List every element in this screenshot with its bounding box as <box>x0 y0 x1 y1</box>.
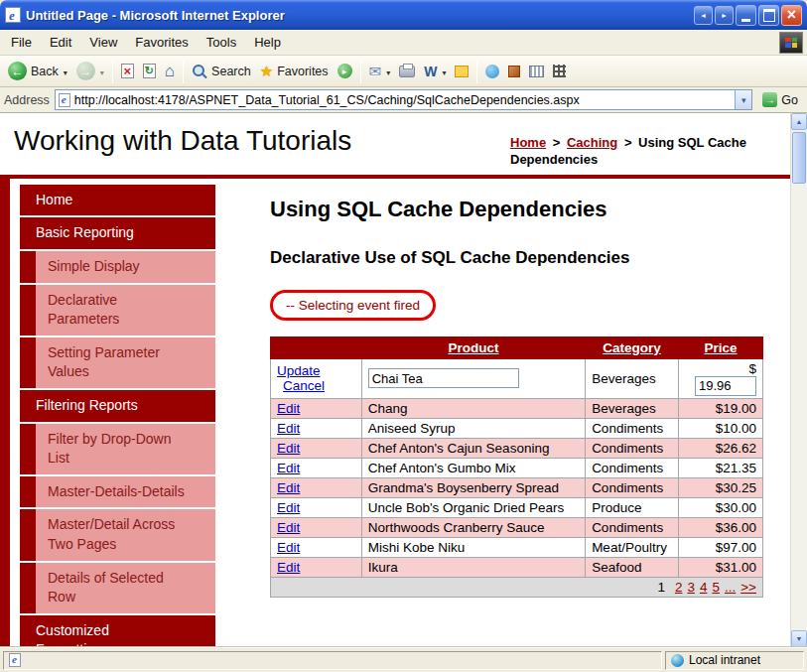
table-row: Edit Chef Anton's Gumbo Mix Condiments $… <box>271 458 763 477</box>
pager-link-4[interactable]: 4 <box>700 580 708 595</box>
messenger-button[interactable] <box>481 63 503 80</box>
menu-help[interactable]: Help <box>245 31 290 54</box>
discuss-icon <box>455 66 469 77</box>
edit-link[interactable]: Edit <box>277 421 300 436</box>
sidebar-item-master-details-details[interactable]: Master-Details-Details <box>20 476 215 508</box>
update-link[interactable]: Update <box>277 363 321 378</box>
product-cell: Ikura <box>361 557 585 577</box>
edit-link[interactable]: Edit <box>277 401 300 416</box>
edit-link[interactable]: Edit <box>277 520 300 535</box>
status-page-icon <box>9 653 21 667</box>
category-cell: Beverages <box>586 398 679 418</box>
menu-favorites[interactable]: Favorites <box>126 31 197 54</box>
product-cell: Grandma's Boysenberry Spread <box>361 477 585 497</box>
grid-tool-button[interactable] <box>549 63 570 79</box>
pager-link-3[interactable]: 3 <box>687 580 695 595</box>
edit-link[interactable]: Edit <box>277 560 300 575</box>
sidebar-item-filtering-reports[interactable]: Filtering Reports <box>20 390 215 422</box>
scroll-up-button[interactable] <box>791 113 807 130</box>
grid-header-category[interactable]: Category <box>586 336 679 358</box>
edit-link[interactable]: Edit <box>277 461 300 475</box>
menu-view[interactable]: View <box>80 31 126 54</box>
table-row: Edit Aniseed Syrup Condiments $10.00 <box>271 418 763 438</box>
grid-icon <box>553 65 566 77</box>
address-dropdown-button[interactable] <box>735 90 751 109</box>
edit-link[interactable]: Edit <box>277 441 300 456</box>
window-title: Untitled Page - Microsoft Internet Explo… <box>26 8 689 23</box>
stop-button[interactable] <box>117 62 138 80</box>
cancel-link[interactable]: Cancel <box>283 378 325 393</box>
go-button[interactable]: Go <box>757 92 803 107</box>
pager-link-ellipsis[interactable]: ... <box>725 580 736 595</box>
sidebar-item-setting-parameter-values[interactable]: Setting Parameter Values <box>20 337 215 388</box>
refresh-button[interactable] <box>139 62 160 80</box>
section-title: Declarative Use of SQL Cache Dependencie… <box>270 248 790 268</box>
toolbar-separator <box>360 60 361 83</box>
home-icon <box>165 63 175 79</box>
nav-indent-band <box>20 424 36 474</box>
pager-link-2[interactable]: 2 <box>675 580 683 595</box>
status-left-panel <box>3 651 662 670</box>
address-input[interactable] <box>74 91 731 108</box>
sidebar-item-simple-display[interactable]: Simple Display <box>20 251 215 283</box>
sidebar-item-customized-formatting[interactable]: Customized Formatting <box>20 615 215 647</box>
edit-button[interactable] <box>420 63 450 80</box>
currency-symbol: $ <box>748 361 756 376</box>
close-button[interactable] <box>781 5 802 26</box>
discuss-button[interactable] <box>451 64 472 79</box>
menu-bar: File Edit View Favorites Tools Help <box>0 30 807 56</box>
edit-link[interactable]: Edit <box>277 500 300 515</box>
pager-link-last[interactable]: >> <box>740 580 756 595</box>
media-button[interactable] <box>334 62 356 80</box>
site-title: Working with Data Tutorials <box>14 123 351 169</box>
mail-button[interactable] <box>365 62 395 80</box>
menu-edit[interactable]: Edit <box>41 31 80 54</box>
sidebar-item-basic-reporting[interactable]: Basic Reporting <box>20 217 215 249</box>
search-button[interactable]: Search <box>188 62 255 81</box>
stop-icon <box>121 64 134 78</box>
windows-logo <box>779 32 803 54</box>
ie-page-icon <box>5 7 21 23</box>
scrollbar-track[interactable] <box>791 130 807 630</box>
extra-tool-button-1[interactable] <box>504 64 524 79</box>
home-button[interactable] <box>161 61 179 81</box>
minimize-button[interactable] <box>736 5 756 26</box>
products-grid: Product Category Price Update Cancel <box>270 336 763 598</box>
menu-tools[interactable]: Tools <box>198 31 245 54</box>
breadcrumb-caching-link[interactable]: Caching <box>567 135 617 150</box>
edit-dropdown-icon <box>441 65 446 78</box>
restore-button[interactable] <box>758 5 779 26</box>
titlebar-extra-button-1[interactable] <box>694 6 713 25</box>
scrollbar-thumb[interactable] <box>792 132 806 184</box>
edit-link[interactable]: Edit <box>277 540 300 555</box>
refresh-icon <box>143 64 156 78</box>
research-button[interactable] <box>525 64 548 79</box>
page-body: Home Basic Reporting Simple Display Decl… <box>0 179 790 647</box>
product-name-input[interactable] <box>368 368 519 388</box>
grid-header-product[interactable]: Product <box>361 336 585 358</box>
category-cell: Condiments <box>586 458 679 477</box>
page-header: Working with Data Tutorials Home > Cachi… <box>0 113 790 175</box>
breadcrumb-home-link[interactable]: Home <box>510 135 546 150</box>
scroll-down-button[interactable] <box>791 630 807 647</box>
nav-indent-band <box>20 563 36 613</box>
print-button[interactable] <box>395 64 419 79</box>
forward-icon <box>76 62 95 80</box>
titlebar-extra-button-2[interactable] <box>715 6 734 25</box>
back-button[interactable]: Back <box>4 60 71 82</box>
favorites-button[interactable]: Favorites <box>256 62 333 80</box>
menu-file[interactable]: File <box>2 31 41 54</box>
sidebar-item-declarative-parameters[interactable]: Declarative Parameters <box>20 285 215 336</box>
sidebar-item-home[interactable]: Home <box>20 185 215 216</box>
forward-dropdown-icon <box>99 65 104 78</box>
edit-link[interactable]: Edit <box>277 480 300 495</box>
vertical-scrollbar[interactable] <box>790 113 807 647</box>
sidebar-item-details-of-selected-row[interactable]: Details of Selected Row <box>20 563 215 613</box>
sidebar-item-master-detail-across-two-pages[interactable]: Master/Detail Across Two Pages <box>20 509 215 560</box>
price-input[interactable] <box>695 376 756 396</box>
forward-button[interactable] <box>72 60 108 82</box>
sidebar-item-filter-by-dropdown-list[interactable]: Filter by Drop-Down List <box>20 424 215 474</box>
product-cell: Chef Anton's Gumbo Mix <box>361 458 585 477</box>
grid-header-price[interactable]: Price <box>679 336 763 358</box>
pager-link-5[interactable]: 5 <box>712 580 720 595</box>
